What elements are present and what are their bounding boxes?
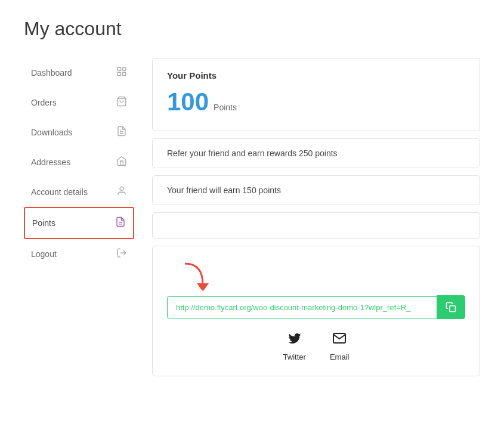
sidebar-item-points[interactable]: Points [24, 207, 134, 239]
points-number: 100 [167, 88, 209, 116]
orders-icon [116, 96, 127, 109]
points-card-title: Your Points [167, 70, 465, 81]
share-buttons: Twitter Email [167, 331, 465, 361]
email-share-button[interactable]: Email [330, 331, 350, 361]
arrow-container [167, 261, 465, 290]
sidebar-label-dashboard: Dashboard [31, 68, 116, 78]
dashboard-icon [116, 66, 127, 79]
downloads-icon [116, 126, 127, 139]
referral-card: Twitter Email [152, 246, 480, 376]
twitter-icon [287, 331, 302, 349]
twitter-label: Twitter [283, 352, 306, 361]
points-label: Points [214, 103, 237, 112]
svg-rect-1 [123, 67, 126, 70]
email-label: Email [330, 352, 350, 361]
svg-rect-2 [118, 73, 120, 76]
page-title: My account [24, 18, 480, 40]
twitter-share-button[interactable]: Twitter [283, 331, 306, 361]
logout-icon [116, 248, 127, 261]
points-icon [115, 216, 126, 230]
svg-point-7 [120, 187, 123, 190]
sidebar-label-account-details: Account details [31, 187, 116, 197]
refer-friend-text: Refer your friend and earn rewards 250 p… [167, 149, 338, 158]
referral-url-input[interactable] [167, 296, 437, 318]
sidebar-item-dashboard[interactable]: Dashboard [24, 58, 134, 88]
addresses-icon [116, 156, 127, 169]
sidebar-item-logout[interactable]: Logout [24, 239, 134, 269]
sidebar: Dashboard Orders Downloads Addresses [24, 58, 134, 376]
friend-earn-card: Your friend will earn 150 points [152, 175, 480, 205]
arrow-icon [179, 261, 215, 290]
sidebar-label-addresses: Addresses [31, 157, 116, 167]
sidebar-label-points: Points [32, 218, 115, 228]
copy-icon [446, 302, 456, 313]
sidebar-label-logout: Logout [31, 249, 116, 259]
points-value-container: 100 Points [167, 88, 465, 116]
main-content: Your Points 100 Points Refer your friend… [152, 58, 480, 376]
svg-marker-11 [197, 283, 209, 290]
svg-rect-3 [123, 73, 126, 76]
svg-rect-12 [450, 306, 456, 312]
copy-button[interactable] [437, 295, 465, 319]
sidebar-item-orders[interactable]: Orders [24, 88, 134, 117]
referral-link-row [167, 295, 465, 319]
friend-earn-text: Your friend will earn 150 points [167, 185, 281, 195]
email-icon [332, 331, 347, 349]
svg-rect-0 [118, 67, 120, 70]
account-details-icon [116, 185, 127, 199]
sidebar-label-orders: Orders [31, 98, 116, 107]
sidebar-item-account-details[interactable]: Account details [24, 177, 134, 207]
points-card: Your Points 100 Points [152, 58, 480, 131]
sidebar-label-downloads: Downloads [31, 128, 116, 137]
refer-friend-card: Refer your friend and earn rewards 250 p… [152, 138, 480, 168]
sidebar-item-downloads[interactable]: Downloads [24, 117, 134, 147]
empty-card [152, 212, 480, 239]
sidebar-item-addresses[interactable]: Addresses [24, 147, 134, 177]
